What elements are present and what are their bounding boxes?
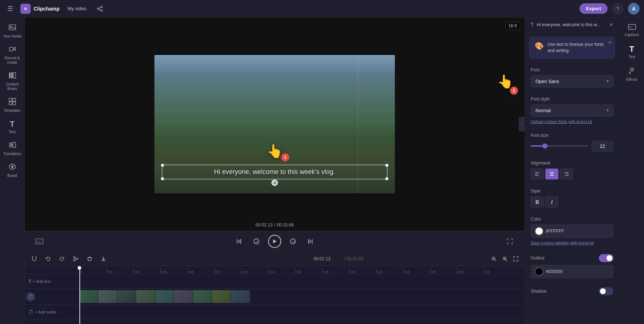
sidebar-item-label-your-media: Your media bbox=[3, 34, 21, 39]
bold-button[interactable]: B bbox=[531, 197, 544, 208]
svg-point-2 bbox=[97, 8, 99, 9]
shadow-toggle[interactable] bbox=[599, 287, 613, 295]
text-overlay-content: Hi everyone, welcome to this week's vlog… bbox=[214, 168, 335, 175]
upload-custom-fonts-link[interactable]: Upload custom fonts with brand kit bbox=[531, 119, 613, 124]
timeline-tracks-container: |0 0:02 0:04 0:06 0:08 0:10 0:12 0:14 0:… bbox=[25, 266, 525, 324]
delete-tool[interactable] bbox=[85, 254, 95, 264]
transitions-icon bbox=[8, 141, 16, 151]
font-size-slider[interactable] bbox=[531, 145, 589, 147]
mini-sidebar-text[interactable]: T Text bbox=[621, 42, 643, 62]
fullscreen-button[interactable] bbox=[504, 236, 516, 247]
share-icon[interactable] bbox=[95, 4, 105, 14]
timeline-timecode: 00:02.13 bbox=[314, 256, 331, 261]
svg-line-31 bbox=[495, 260, 496, 261]
tip-close-button[interactable]: ✕ bbox=[608, 40, 612, 45]
total-time: 00:15.66 bbox=[277, 222, 294, 228]
redo-button[interactable] bbox=[57, 254, 67, 264]
mini-right-sidebar: CC Captions T Text Effects bbox=[619, 17, 644, 324]
sidebar-item-brand-kit[interactable]: Brand bbox=[1, 160, 23, 181]
logo-icon bbox=[20, 4, 31, 14]
clip-thumbnail bbox=[155, 290, 174, 303]
font-size-label: Font size bbox=[531, 133, 613, 138]
mini-sidebar-captions[interactable]: CC Captions bbox=[621, 20, 643, 40]
panel-collapse-arrow[interactable]: ‹ bbox=[519, 117, 525, 131]
hamburger-menu-icon[interactable]: ☰ bbox=[4, 3, 16, 15]
outline-toggle[interactable] bbox=[599, 254, 613, 262]
svg-rect-6 bbox=[9, 25, 16, 30]
sidebar-item-templates[interactable]: Templates bbox=[1, 95, 23, 116]
svg-line-34 bbox=[506, 260, 507, 261]
color-section: Color #FFFFFF Save custom palettes with … bbox=[525, 212, 619, 250]
zoom-in-button[interactable] bbox=[500, 254, 509, 263]
style-row: B I bbox=[531, 197, 613, 208]
magnet-tool[interactable] bbox=[29, 254, 39, 264]
sidebar-item-your-media[interactable]: Your media bbox=[1, 20, 23, 42]
video-clip[interactable] bbox=[79, 290, 250, 303]
record-create-icon bbox=[8, 45, 16, 55]
play-button[interactable] bbox=[268, 235, 281, 248]
svg-rect-10 bbox=[11, 72, 13, 78]
cut-tool[interactable] bbox=[71, 254, 81, 264]
export-button[interactable]: Export bbox=[580, 3, 608, 14]
sidebar-item-transitions[interactable]: Transitions bbox=[1, 138, 23, 159]
video-title[interactable]: My video bbox=[64, 4, 90, 13]
outline-color-button[interactable]: #000000 bbox=[531, 265, 613, 278]
captions-button[interactable]: CC bbox=[34, 236, 45, 247]
style-label: Style bbox=[531, 189, 613, 194]
rewind-button[interactable]: -5 bbox=[251, 236, 262, 247]
font-tip-popup: 🎨 Use text to finesse your fonts and wri… bbox=[529, 37, 615, 59]
align-center-button[interactable] bbox=[545, 169, 558, 179]
svg-rect-9 bbox=[9, 72, 11, 78]
font-size-input[interactable]: 22 bbox=[592, 141, 613, 151]
svg-rect-14 bbox=[9, 102, 12, 105]
resize-handle-tl[interactable] bbox=[161, 164, 164, 167]
font-dropdown-arrow: ▾ bbox=[606, 79, 609, 84]
zoom-out-button[interactable] bbox=[490, 254, 498, 263]
svg-rect-15 bbox=[13, 102, 16, 105]
font-style-dropdown[interactable]: Normal ▾ bbox=[531, 104, 613, 116]
align-left-button[interactable] bbox=[531, 169, 544, 179]
align-right-button[interactable] bbox=[560, 169, 573, 179]
alignment-section: Alignment bbox=[525, 156, 619, 184]
track-audio-icon: 🎵 bbox=[26, 292, 35, 301]
sidebar-item-text[interactable]: T Text bbox=[1, 116, 23, 137]
sidebar-item-record-create[interactable]: Record & create bbox=[1, 42, 23, 68]
outline-color-swatch bbox=[535, 267, 543, 276]
resize-handle-tr[interactable] bbox=[385, 164, 388, 167]
download-tool[interactable] bbox=[98, 254, 109, 264]
audio-track: 🎵 + Add audio bbox=[25, 305, 525, 319]
save-palettes-link[interactable]: Save custom palettes with brand kit bbox=[531, 241, 613, 245]
resize-handle-br[interactable] bbox=[385, 177, 388, 180]
timeline-area: 00:02.13 / 00:15.66 bbox=[25, 251, 525, 324]
font-style-dropdown-arrow: ▾ bbox=[606, 108, 609, 113]
main-layout: Your media Record & create Content libra… bbox=[0, 17, 644, 324]
resize-handle-bl[interactable] bbox=[161, 177, 164, 180]
italic-button[interactable]: I bbox=[545, 197, 558, 208]
clip-thumbnail bbox=[136, 290, 155, 303]
font-dropdown[interactable]: Open Sans ▾ bbox=[531, 75, 613, 87]
expand-timeline-button[interactable] bbox=[511, 254, 520, 263]
aspect-ratio-badge: 16:9 bbox=[505, 22, 520, 30]
clip-thumbnail bbox=[212, 290, 231, 303]
mini-sidebar-effects[interactable]: Effects bbox=[621, 64, 643, 85]
left-sidebar: Your media Record & create Content libra… bbox=[0, 17, 25, 324]
mini-text-icon: T bbox=[629, 44, 634, 54]
color-picker-button[interactable]: #FFFFFF bbox=[531, 225, 613, 238]
sidebar-item-content-library[interactable]: Content library bbox=[1, 68, 23, 94]
timeline-ruler: |0 0:02 0:04 0:06 0:08 0:10 0:12 0:14 0:… bbox=[25, 266, 525, 274]
preview-area: 16:9 Hi e bbox=[25, 17, 525, 231]
avatar[interactable]: A bbox=[628, 3, 640, 15]
rotate-handle[interactable] bbox=[271, 179, 278, 186]
svg-rect-13 bbox=[13, 98, 16, 101]
svg-text:CC: CC bbox=[629, 26, 633, 28]
clip-thumbnail bbox=[98, 290, 117, 303]
captions-icon: CC bbox=[628, 23, 636, 32]
undo-button[interactable] bbox=[43, 254, 53, 264]
text-panel-icon: T bbox=[531, 22, 534, 28]
skip-to-start-button[interactable] bbox=[233, 236, 245, 247]
app-name: Clipchamp bbox=[34, 6, 60, 12]
help-icon[interactable]: ? bbox=[612, 3, 624, 15]
panel-close-button[interactable]: ✕ bbox=[609, 22, 613, 28]
fast-forward-button[interactable]: +5 bbox=[287, 236, 299, 247]
skip-to-end-button[interactable] bbox=[305, 236, 316, 247]
